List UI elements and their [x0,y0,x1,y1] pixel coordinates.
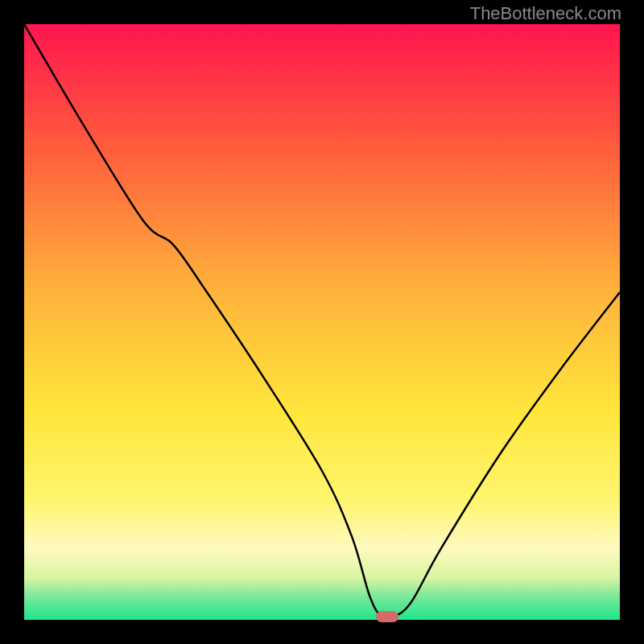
plot-area [24,24,620,620]
optimal-marker [376,611,398,622]
bottleneck-curve [24,24,620,620]
watermark-text: TheBottleneck.com [470,3,621,24]
